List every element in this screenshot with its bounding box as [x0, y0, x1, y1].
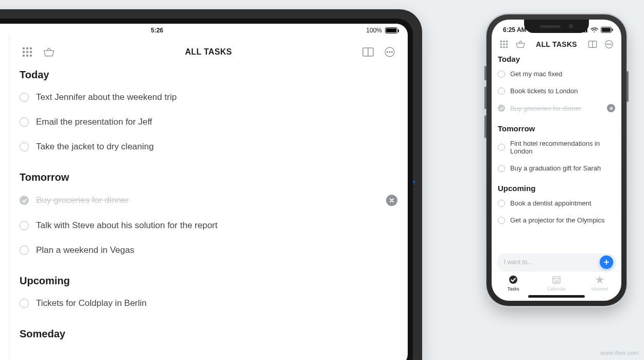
svg-rect-5 — [30, 51, 32, 53]
task-label: Talk with Steve about his solution for t… — [36, 220, 217, 231]
grid-icon[interactable] — [20, 44, 35, 60]
task-row[interactable]: Email the presentation for Jeff — [20, 110, 397, 134]
task-label: Buy a graduation gift for Sarah — [510, 164, 601, 172]
task-label: Fint hotel recommendations in London — [510, 140, 615, 155]
task-row[interactable]: Buy groceries for dinner — [20, 187, 397, 213]
sidebar: gs Work 5 ITEMS Alexa Shopping List 7 IT… — [0, 35, 9, 360]
task-checkbox[interactable] — [20, 142, 29, 151]
sidebar-item-label: Work — [0, 90, 2, 100]
task-checkbox[interactable] — [20, 93, 29, 102]
toolbar-title: ALL TASKS — [536, 40, 577, 48]
task-row[interactable]: Buy a graduation gift for Sarah — [498, 160, 615, 177]
grid-icon[interactable] — [498, 38, 510, 50]
task-checkbox[interactable] — [498, 165, 505, 172]
sidebar-item-alexa[interactable]: Alexa Shopping List 7 ITEMS — [0, 120, 9, 160]
toolbar: ALL TASKS — [492, 37, 621, 54]
more-icon[interactable] — [382, 44, 397, 60]
delete-task-button[interactable] — [607, 104, 615, 112]
task-checkbox[interactable] — [498, 71, 505, 78]
svg-rect-30 — [503, 46, 504, 48]
svg-rect-24 — [503, 41, 504, 42]
tab-tasks[interactable]: Tasks — [492, 275, 535, 292]
svg-rect-7 — [26, 55, 28, 57]
more-icon[interactable] — [603, 38, 615, 50]
basket-icon[interactable] — [514, 38, 527, 50]
task-row[interactable]: Book tickets to London — [498, 82, 615, 99]
section-title: Today — [20, 69, 397, 81]
section-title: Someday — [20, 328, 397, 340]
basket-icon[interactable] — [41, 44, 57, 60]
battery-icon — [385, 27, 397, 33]
task-checkbox[interactable] — [20, 246, 29, 255]
svg-point-19 — [594, 31, 595, 32]
svg-rect-25 — [506, 41, 508, 42]
ipad-camera-dots — [413, 181, 415, 193]
svg-point-36 — [608, 44, 610, 45]
columns-icon[interactable] — [586, 38, 599, 50]
section-title: Upcoming — [20, 275, 397, 287]
task-checkbox[interactable] — [498, 105, 505, 112]
task-row[interactable]: Talk with Steve about his solution for t… — [20, 213, 397, 238]
section-title: Tomorrow — [20, 172, 397, 183]
sidebar-item-label: Alexa Shopping List — [0, 130, 2, 141]
status-time: 6:25 AM — [503, 26, 527, 33]
task-checkbox[interactable] — [20, 221, 29, 230]
svg-rect-23 — [500, 41, 502, 42]
tab-moment[interactable]: Moment — [578, 275, 621, 292]
section-title: Tomorrow — [498, 124, 615, 133]
tab-label: Tasks — [507, 286, 519, 292]
task-row[interactable]: Take the jacket to dry cleaning — [20, 134, 397, 159]
task-row[interactable]: Tickets for Coldplay in Berlin — [20, 291, 397, 316]
section-title: Upcoming — [498, 184, 615, 193]
quick-add-placeholder: I want to... — [504, 259, 596, 266]
task-list[interactable]: Today Get my mac fixed Book tickets to L… — [492, 54, 621, 250]
task-row[interactable]: Plan a weekend in Vegas — [20, 238, 397, 263]
svg-rect-3 — [23, 51, 25, 53]
columns-icon[interactable] — [360, 44, 376, 60]
iphone-device-frame: 6:25 AM — [486, 14, 626, 306]
svg-rect-26 — [500, 43, 502, 45]
add-list-button[interactable] — [0, 192, 9, 244]
task-row[interactable]: Get my mac fixed — [498, 65, 615, 82]
quick-add-input[interactable]: I want to... — [497, 253, 616, 271]
svg-rect-2 — [30, 47, 32, 49]
task-checkbox[interactable] — [498, 144, 505, 151]
sidebar-item-meta: 5 ITEMS — [0, 102, 2, 110]
sidebar-basket-icon[interactable] — [0, 160, 9, 192]
add-task-button[interactable] — [600, 255, 613, 269]
sidebar-item-work[interactable]: Work 5 ITEMS — [0, 80, 9, 120]
task-row[interactable]: Book a dentist appointment — [498, 195, 615, 212]
ipad-status-bar: 5:26 100% — [0, 24, 408, 35]
task-checkbox[interactable] — [20, 117, 29, 127]
tasks-icon — [508, 275, 518, 285]
task-checkbox[interactable] — [498, 217, 505, 224]
task-row[interactable]: Fint hotel recommendations in London — [498, 135, 615, 160]
calendar-icon: 26 — [551, 275, 562, 285]
task-row[interactable]: Get a projector for the Olympics — [498, 212, 615, 229]
svg-point-14 — [392, 52, 393, 53]
task-row[interactable]: Text Jennifer about the weekend trip — [20, 85, 397, 110]
svg-rect-22 — [612, 29, 613, 31]
task-checkbox[interactable] — [498, 88, 505, 95]
svg-point-12 — [387, 52, 388, 53]
tab-calendar[interactable]: 26 Calendar — [535, 275, 578, 292]
delete-task-button[interactable] — [386, 195, 397, 206]
main-pane: ALL TASKS — [9, 35, 408, 360]
svg-rect-8 — [30, 55, 32, 57]
task-checkbox[interactable] — [20, 196, 29, 205]
task-row[interactable]: Buy groceries for dinner — [498, 99, 615, 117]
home-indicator[interactable] — [528, 295, 585, 298]
svg-point-13 — [389, 52, 390, 53]
status-battery: 100% — [366, 27, 397, 34]
sidebar-title: gs — [0, 35, 9, 80]
task-checkbox[interactable] — [20, 299, 29, 308]
status-time: 5:26 — [151, 27, 163, 34]
task-list[interactable]: Today Text Jennifer about the weekend tr… — [9, 66, 408, 360]
svg-rect-28 — [506, 43, 508, 45]
task-checkbox[interactable] — [498, 200, 505, 207]
task-label: Book a dentist appointment — [510, 199, 591, 207]
iphone-screen: 6:25 AM — [492, 20, 621, 301]
svg-rect-21 — [602, 28, 611, 32]
iphone-notch — [524, 20, 589, 33]
task-label: Get my mac fixed — [510, 70, 562, 78]
